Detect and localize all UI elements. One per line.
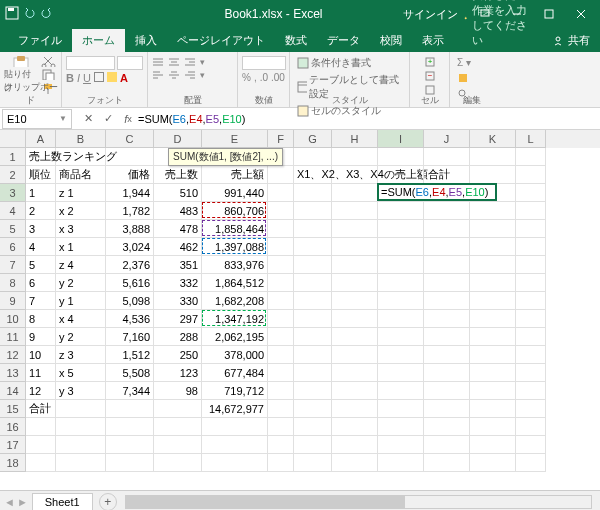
row-header[interactable]: 11	[0, 328, 26, 346]
cell[interactable]: 9	[26, 328, 56, 346]
cell[interactable]: y 1	[56, 292, 106, 310]
cell[interactable]: 510	[154, 184, 202, 202]
cell[interactable]	[424, 148, 470, 166]
cell[interactable]	[378, 274, 424, 292]
cell[interactable]: y 3	[56, 382, 106, 400]
cell[interactable]	[470, 364, 516, 382]
cell[interactable]	[332, 148, 378, 166]
sheet-nav-next-icon[interactable]: ►	[17, 496, 28, 508]
cell[interactable]	[516, 220, 546, 238]
sheet-nav-prev-icon[interactable]: ◄	[4, 496, 15, 508]
row-header[interactable]: 7	[0, 256, 26, 274]
cell[interactable]	[378, 328, 424, 346]
cell[interactable]	[106, 454, 154, 472]
cell[interactable]	[424, 292, 470, 310]
cell[interactable]: 1,858,464	[202, 220, 268, 238]
col-header[interactable]: J	[424, 130, 470, 148]
cell[interactable]: 5,616	[106, 274, 154, 292]
cell[interactable]: 10	[26, 346, 56, 364]
cell[interactable]	[470, 256, 516, 274]
cell[interactable]	[424, 220, 470, 238]
cell[interactable]: 7	[26, 292, 56, 310]
cell[interactable]: z 1	[56, 184, 106, 202]
cell[interactable]	[332, 256, 378, 274]
tab-home[interactable]: ホーム	[72, 29, 125, 52]
col-header[interactable]: F	[268, 130, 294, 148]
cell[interactable]	[268, 166, 294, 184]
cell[interactable]	[470, 310, 516, 328]
cell[interactable]: z 3	[56, 346, 106, 364]
cell[interactable]	[106, 418, 154, 436]
cell[interactable]	[516, 382, 546, 400]
cell[interactable]: 378,000	[202, 346, 268, 364]
cell[interactable]	[294, 346, 332, 364]
col-header[interactable]: K	[470, 130, 516, 148]
cell[interactable]: y 2	[56, 274, 106, 292]
cell[interactable]: x 5	[56, 364, 106, 382]
row-header[interactable]: 8	[0, 274, 26, 292]
cell[interactable]: 297	[154, 310, 202, 328]
cell[interactable]	[516, 148, 546, 166]
cell[interactable]: 1,782	[106, 202, 154, 220]
cell[interactable]	[516, 346, 546, 364]
cell[interactable]	[268, 202, 294, 220]
cell[interactable]	[294, 364, 332, 382]
cell[interactable]	[516, 454, 546, 472]
cell[interactable]	[470, 202, 516, 220]
col-header[interactable]: A	[26, 130, 56, 148]
cell[interactable]	[294, 454, 332, 472]
row-header[interactable]: 18	[0, 454, 26, 472]
row-header[interactable]: 10	[0, 310, 26, 328]
cell[interactable]	[378, 346, 424, 364]
cell[interactable]: 483	[154, 202, 202, 220]
cell[interactable]	[268, 238, 294, 256]
cell[interactable]: 1,512	[106, 346, 154, 364]
cell[interactable]: 1,944	[106, 184, 154, 202]
tab-review[interactable]: 校閲	[370, 29, 412, 52]
cell[interactable]: 1,347,192	[202, 310, 268, 328]
cell[interactable]: 合計	[26, 400, 56, 418]
col-header[interactable]: D	[154, 130, 202, 148]
cell[interactable]	[378, 148, 424, 166]
share-button[interactable]: 共有	[542, 29, 600, 52]
cell[interactable]	[470, 418, 516, 436]
tab-data[interactable]: データ	[317, 29, 370, 52]
cell[interactable]	[294, 400, 332, 418]
enter-formula-icon[interactable]: ✓	[98, 110, 118, 128]
cell[interactable]	[516, 310, 546, 328]
cell[interactable]	[378, 238, 424, 256]
cell[interactable]	[294, 310, 332, 328]
close-button[interactable]	[566, 4, 596, 24]
cell[interactable]	[56, 454, 106, 472]
cell[interactable]: 3	[26, 220, 56, 238]
cell[interactable]	[424, 256, 470, 274]
cell[interactable]: 14,672,977	[202, 400, 268, 418]
cell[interactable]	[516, 328, 546, 346]
cell[interactable]	[294, 220, 332, 238]
cell[interactable]	[106, 400, 154, 418]
cell[interactable]	[470, 220, 516, 238]
delete-icon[interactable]: −	[424, 70, 436, 82]
cell[interactable]	[202, 436, 268, 454]
cell[interactable]	[332, 346, 378, 364]
cell[interactable]: 332	[154, 274, 202, 292]
cell[interactable]	[332, 184, 378, 202]
cell[interactable]: 719,712	[202, 382, 268, 400]
cell[interactable]	[424, 202, 470, 220]
cell[interactable]	[294, 274, 332, 292]
cell[interactable]	[106, 148, 154, 166]
cell[interactable]: 833,976	[202, 256, 268, 274]
cell[interactable]	[378, 400, 424, 418]
cell[interactable]: 4	[26, 238, 56, 256]
cell[interactable]	[516, 184, 546, 202]
cell[interactable]	[154, 418, 202, 436]
cell[interactable]: 順位	[26, 166, 56, 184]
cell[interactable]	[470, 166, 516, 184]
name-box[interactable]: E10▼	[2, 109, 72, 129]
row-header[interactable]: 2	[0, 166, 26, 184]
cell[interactable]	[26, 454, 56, 472]
cell[interactable]: 2,062,195	[202, 328, 268, 346]
cell[interactable]: 123	[154, 364, 202, 382]
cell[interactable]: 98	[154, 382, 202, 400]
spreadsheet-grid[interactable]: ABCDEFGHIJKL 123456789101112131415161718…	[0, 130, 600, 490]
